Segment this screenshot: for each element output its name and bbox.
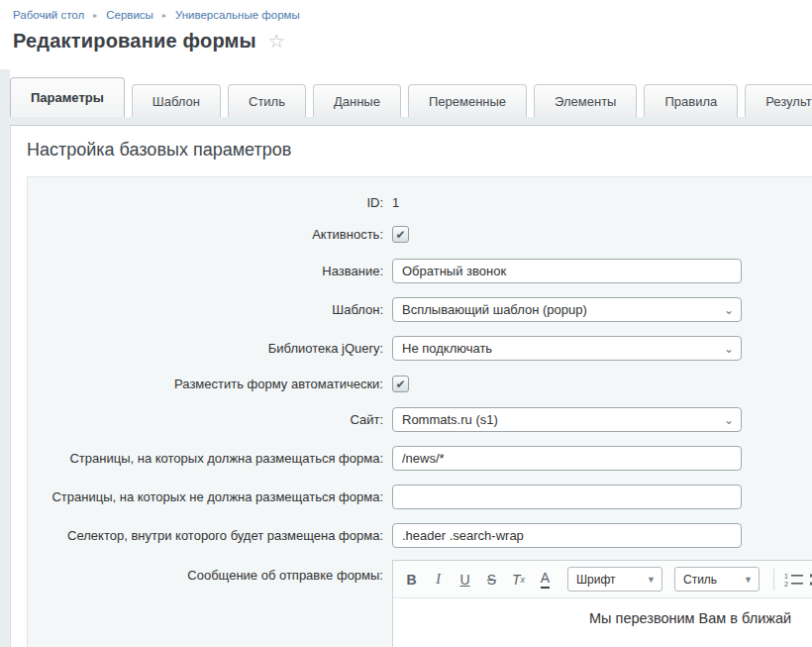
clear-format-t: T — [512, 572, 521, 588]
svg-text:2: 2 — [784, 581, 788, 588]
breadcrumb-services[interactable]: Сервисы — [106, 9, 153, 21]
field-label: Сайт: — [28, 412, 392, 427]
tab-style[interactable]: Стиль — [228, 84, 306, 117]
font-select-value: Шрифт — [568, 573, 615, 587]
field-label: Библиотека jQuery: — [28, 341, 392, 356]
toolbar-divider — [773, 569, 774, 591]
select-value: Не подключать — [393, 341, 492, 356]
checkbox-check-icon: ✔ — [395, 229, 405, 241]
chevron-down-icon: ▼ — [734, 575, 759, 585]
rich-text-editor: B I U S Tx A Шрифт ▼ Стиль ▼ — [392, 560, 812, 647]
field-row-site: Сайт: Rommats.ru (s1) ⌄ — [28, 407, 812, 432]
chevron-down-icon: ⌄ — [724, 414, 741, 426]
tab-data[interactable]: Данные — [313, 84, 401, 117]
checkbox-check-icon: ✔ — [395, 378, 405, 390]
template-select[interactable]: Всплывающий шаблон (popup) ⌄ — [392, 297, 742, 322]
field-label: ID: — [28, 195, 392, 210]
field-label: Название: — [28, 264, 392, 278]
chevron-down-icon: ▼ — [637, 575, 661, 585]
font-select[interactable]: Шрифт ▼ — [567, 567, 662, 592]
editor-content-area[interactable]: Мы перезвоним Вам в ближай — [393, 598, 812, 647]
jquery-select[interactable]: Не подключать ⌄ — [392, 336, 742, 361]
breadcrumb-universal-forms[interactable]: Универсальные формы — [175, 9, 300, 21]
text-color-button[interactable]: A — [535, 568, 556, 592]
tab-variables[interactable]: Переменные — [408, 84, 527, 117]
ordered-list-icon[interactable]: 1 2 — [784, 572, 804, 588]
tab-content-panel: Настройка базовых параметров ID: 1 Актив… — [10, 125, 812, 647]
auto-place-checkbox[interactable]: ✔ — [392, 376, 409, 392]
field-row-exclude-pages: Страницы, на которых не должна размещать… — [28, 485, 812, 509]
chevron-down-icon: ⌄ — [724, 304, 741, 316]
page-header: Рабочий стол ▸ Сервисы ▸ Универсальные ф… — [0, 0, 812, 53]
underline-button[interactable]: U — [455, 568, 475, 592]
field-row-id: ID: 1 — [28, 195, 812, 210]
breadcrumb-desktop[interactable]: Рабочий стол — [13, 9, 84, 21]
field-label: Страницы, на которых не должна размещать… — [28, 489, 392, 504]
editor-toolbar: B I U S Tx A Шрифт ▼ Стиль ▼ — [393, 561, 812, 598]
field-row-submit-message: Сообщение об отправке формы: B I U S Tx … — [28, 560, 812, 647]
text-color-a: A — [541, 570, 550, 589]
field-row-jquery: Библиотека jQuery: Не подключать ⌄ — [28, 336, 812, 361]
include-pages-input[interactable] — [392, 446, 742, 471]
chevron-down-icon: ⌄ — [724, 343, 741, 355]
tab-parameters[interactable]: Параметры — [10, 77, 125, 117]
tab-elements[interactable]: Элементы — [534, 84, 637, 117]
editor-text: Мы перезвоним Вам в ближай — [393, 598, 812, 626]
tab-bar-strip — [0, 117, 812, 125]
italic-button[interactable]: I — [428, 568, 449, 592]
selector-input[interactable] — [392, 523, 742, 548]
active-checkbox[interactable]: ✔ — [392, 226, 409, 243]
tab-rules[interactable]: Правила — [644, 84, 738, 117]
select-value: Rommats.ru (s1) — [393, 412, 498, 427]
page-gutter — [0, 69, 10, 647]
select-value: Всплывающий шаблон (popup) — [393, 302, 587, 317]
style-select[interactable]: Стиль ▼ — [674, 567, 760, 592]
style-select-value: Стиль — [675, 573, 717, 587]
breadcrumb: Рабочий стол ▸ Сервисы ▸ Универсальные ф… — [13, 9, 812, 21]
field-row-active: Активность: ✔ — [28, 226, 812, 243]
breadcrumb-separator-icon: ▸ — [93, 11, 97, 20]
field-label: Шаблон: — [28, 302, 392, 317]
favorite-star-icon[interactable]: ☆ — [268, 32, 285, 51]
field-row-template: Шаблон: Всплывающий шаблон (popup) ⌄ — [28, 297, 812, 322]
tab-bar: Параметры Шаблон Стиль Данные Переменные… — [10, 69, 812, 117]
field-label: Активность: — [28, 227, 392, 242]
exclude-pages-input[interactable] — [392, 485, 742, 509]
field-label: Селектор, внутри которого будет размещен… — [28, 528, 392, 543]
clear-format-button[interactable]: Tx — [508, 568, 529, 592]
tab-results[interactable]: Результаты — [745, 84, 812, 117]
field-row-include-pages: Страницы, на которых должна размещаться … — [28, 446, 812, 471]
page-title: Редактирование формы — [13, 30, 256, 53]
field-row-name: Название: — [28, 259, 812, 283]
id-value: 1 — [392, 195, 399, 210]
clear-format-x: x — [521, 575, 526, 585]
strikethrough-button[interactable]: S — [481, 568, 502, 592]
site-select[interactable]: Rommats.ru (s1) ⌄ — [392, 407, 742, 432]
section-title: Настройка базовых параметров — [27, 140, 812, 161]
name-input[interactable] — [392, 259, 742, 283]
field-label: Страницы, на которых должна размещаться … — [28, 451, 392, 466]
svg-text:1: 1 — [784, 573, 788, 580]
field-row-auto-place: Разместить форму автоматически: ✔ — [28, 376, 812, 392]
tab-template[interactable]: Шаблон — [132, 84, 221, 117]
field-label: Сообщение об отправке формы: — [28, 560, 392, 583]
bold-button[interactable]: B — [401, 568, 422, 592]
breadcrumb-separator-icon: ▸ — [162, 11, 166, 20]
field-row-selector: Селектор, внутри которого будет размещен… — [28, 523, 812, 548]
form-settings-box: ID: 1 Активность: ✔ Название: Шаблон: Вс… — [27, 176, 812, 647]
field-label: Разместить форму автоматически: — [28, 377, 392, 391]
